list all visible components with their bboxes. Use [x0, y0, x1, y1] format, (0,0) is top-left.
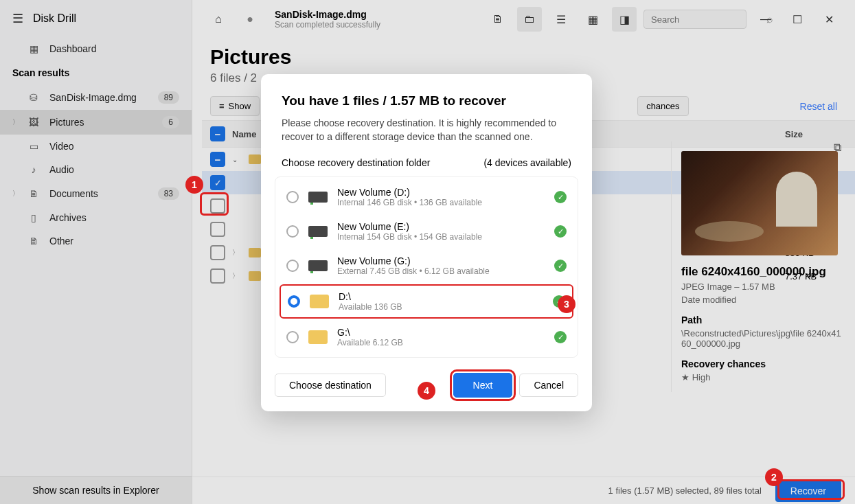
dest-count: (4 devices available): [483, 157, 571, 168]
dest-name: New Volume (D:): [337, 187, 545, 198]
dest-name: New Volume (E:): [337, 221, 545, 232]
destination-header: Choose recovery destination folder (4 de…: [275, 157, 578, 168]
dest-info: Available 136 GB: [339, 302, 543, 312]
check-ok-icon: ✓: [554, 225, 567, 238]
destination-item[interactable]: New Volume (G:) External 7.45 GB disk • …: [275, 249, 578, 283]
modal-title: You have 1 files / 1.57 MB to recover: [275, 93, 578, 108]
cancel-button[interactable]: Cancel: [519, 374, 578, 397]
destination-list[interactable]: New Volume (D:) Internal 146 GB disk • 1…: [275, 176, 578, 358]
check-ok-icon: ✓: [554, 191, 567, 203]
dest-label: Choose recovery destination folder: [282, 157, 430, 168]
choose-destination-button[interactable]: Choose destination: [275, 374, 386, 397]
modal-footer: Choose destination Next Cancel: [275, 373, 578, 398]
folder-icon: [308, 330, 328, 344]
drive-icon: [308, 192, 328, 203]
recovery-destination-modal: You have 1 files / 1.57 MB to recover Pl…: [261, 74, 592, 411]
check-ok-icon: ✓: [553, 295, 565, 308]
radio-button[interactable]: [286, 225, 299, 238]
radio-button[interactable]: [286, 331, 299, 343]
destination-item[interactable]: G:\ Available 6.12 GB ✓: [275, 320, 578, 354]
destination-item[interactable]: New Volume (E:) Internal 154 GB disk • 1…: [275, 214, 578, 249]
dest-name: G:\: [337, 327, 545, 338]
destination-item[interactable]: New Volume (D:) Internal 146 GB disk • 1…: [275, 180, 578, 214]
next-button[interactable]: Next: [453, 373, 513, 398]
dest-info: Available 6.12 GB: [337, 338, 545, 347]
dest-info: External 7.45 GB disk • 6.12 GB availabl…: [337, 266, 545, 276]
destination-item-selected[interactable]: D:\ Available 136 GB ✓: [280, 284, 573, 319]
radio-button[interactable]: [286, 260, 299, 272]
check-ok-icon: ✓: [554, 260, 567, 272]
dest-name: New Volume (G:): [337, 255, 545, 266]
radio-button[interactable]: [286, 191, 299, 203]
dest-name: D:\: [339, 291, 543, 302]
folder-icon: [310, 295, 329, 308]
radio-button[interactable]: [288, 295, 300, 308]
drive-icon: [308, 260, 328, 271]
dest-info: Internal 146 GB disk • 136 GB available: [337, 198, 545, 207]
check-ok-icon: ✓: [554, 331, 567, 343]
drive-icon: [308, 226, 328, 237]
modal-description: Please choose recovery destination. It i…: [275, 117, 578, 144]
dest-info: Internal 154 GB disk • 154 GB available: [337, 232, 545, 242]
